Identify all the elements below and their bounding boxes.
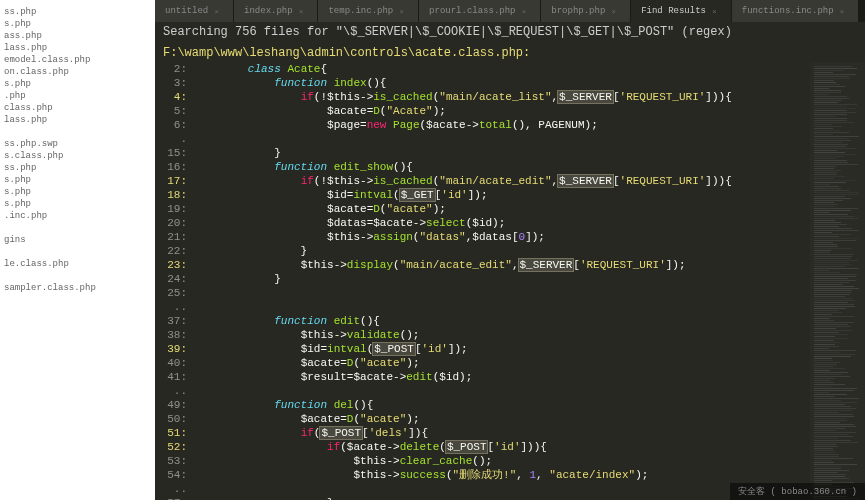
tab-prourl-class-php[interactable]: prourl.class.php× (419, 0, 541, 22)
watermark: 安全客 ( bobao.360.cn ) (730, 483, 865, 500)
file-tree-item[interactable]: ass.php (4, 30, 151, 42)
line-gutter: 2:3:4:5:6:.15:16:17:18:19:20:21:22:23:24… (155, 62, 195, 500)
code-line[interactable]: $this->display("main/acate_edit",$_SERVE… (195, 258, 810, 272)
tab-index-php[interactable]: index.php× (234, 0, 318, 22)
file-tree-item[interactable]: s.php (4, 18, 151, 30)
file-tree-item[interactable]: s.php (4, 174, 151, 186)
code-line[interactable]: $id=intval($_GET['id']); (195, 188, 810, 202)
code-line[interactable]: $acate=D("acate"); (195, 202, 810, 216)
file-tree-item[interactable]: emodel.class.php (4, 54, 151, 66)
code-line[interactable]: $this->assign("datas",$datas[0]); (195, 230, 810, 244)
file-tree-item[interactable]: le.class.php (4, 258, 151, 270)
code-line[interactable]: function del(){ (195, 398, 810, 412)
code-line[interactable]: } (195, 146, 810, 160)
file-tree-item[interactable]: s.php (4, 186, 151, 198)
code-line[interactable] (195, 132, 810, 146)
file-tree-item[interactable]: .php (4, 90, 151, 102)
code-line[interactable] (195, 286, 810, 300)
file-tree-item[interactable]: ss.php (4, 6, 151, 18)
code-line[interactable]: if($acate->delete($_POST['id'])){ (195, 440, 810, 454)
file-tree-item[interactable]: .inc.php (4, 210, 151, 222)
code-line[interactable]: $page=new Page($acate->total(), PAGENUM)… (195, 118, 810, 132)
code-line[interactable]: } (195, 244, 810, 258)
minimap[interactable] (810, 62, 865, 500)
file-tree-item[interactable]: gins (4, 234, 151, 246)
file-tree-item[interactable]: ss.php (4, 162, 151, 174)
code-line[interactable]: $acate=D("acate"); (195, 412, 810, 426)
code-line[interactable]: $this->validate(); (195, 328, 810, 342)
file-tree-item[interactable]: lass.php (4, 114, 151, 126)
search-header: Searching 756 files for "\$_SERVER|\$_CO… (155, 22, 865, 42)
file-tree-item[interactable]: on.class.php (4, 66, 151, 78)
file-tree-item[interactable]: class.php (4, 102, 151, 114)
close-icon[interactable]: × (840, 7, 845, 16)
code-area[interactable]: 2:3:4:5:6:.15:16:17:18:19:20:21:22:23:24… (155, 62, 865, 500)
tab-brophp-php[interactable]: brophp.php× (541, 0, 631, 22)
close-icon[interactable]: × (522, 7, 527, 16)
code-line[interactable]: if(!$this->is_cached("main/acate_list",$… (195, 90, 810, 104)
code-line[interactable]: } (195, 496, 810, 500)
close-icon[interactable]: × (611, 7, 616, 16)
code-line[interactable]: function edit_show(){ (195, 160, 810, 174)
code-line[interactable]: function edit(){ (195, 314, 810, 328)
code-line[interactable]: $result=$acate->edit($id); (195, 370, 810, 384)
close-icon[interactable]: × (712, 7, 717, 16)
file-tree-item[interactable]: ss.php.swp (4, 138, 151, 150)
code-line[interactable]: $acate=D("Acate"); (195, 104, 810, 118)
code-line[interactable]: } (195, 272, 810, 286)
file-tree-item[interactable]: s.class.php (4, 150, 151, 162)
code-line[interactable] (195, 482, 810, 496)
code-line[interactable]: class Acate{ (195, 62, 810, 76)
code-line[interactable] (195, 300, 810, 314)
code-line[interactable]: function index(){ (195, 76, 810, 90)
close-icon[interactable]: × (299, 7, 304, 16)
code-line[interactable]: $id=intval($_POST['id']); (195, 342, 810, 356)
code-line[interactable]: if($_POST['dels']){ (195, 426, 810, 440)
result-file-path[interactable]: F:\wamp\www\leshang\admin\controls\acate… (155, 42, 865, 62)
code-line[interactable]: if(!$this->is_cached("main/acate_edit",$… (195, 174, 810, 188)
code-content[interactable]: class Acate{ function index(){ if(!$this… (195, 62, 810, 500)
file-tree-item[interactable]: s.php (4, 78, 151, 90)
file-tree-item[interactable]: lass.php (4, 42, 151, 54)
tab-temp-inc-php[interactable]: temp.inc.php× (318, 0, 419, 22)
code-line[interactable]: $this->clear_cache(); (195, 454, 810, 468)
code-line[interactable] (195, 384, 810, 398)
code-line[interactable]: $datas=$acate->select($id); (195, 216, 810, 230)
tab-bar: untitled×index.php×temp.inc.php×prourl.c… (155, 0, 865, 22)
code-line[interactable]: $acate=D("acate"); (195, 356, 810, 370)
close-icon[interactable]: × (399, 7, 404, 16)
file-explorer[interactable]: ss.phps.phpass.phplass.phpemodel.class.p… (0, 0, 155, 500)
file-tree-item[interactable]: s.php (4, 198, 151, 210)
code-line[interactable]: $this->success("删除成功!", 1, "acate/index"… (195, 468, 810, 482)
tab-untitled[interactable]: untitled× (155, 0, 234, 22)
file-tree-item[interactable]: sampler.class.php (4, 282, 151, 294)
tab-functions-inc-php[interactable]: functions.inc.php× (732, 0, 860, 22)
tab-Find-Results[interactable]: Find Results× (631, 0, 732, 22)
close-icon[interactable]: × (214, 7, 219, 16)
